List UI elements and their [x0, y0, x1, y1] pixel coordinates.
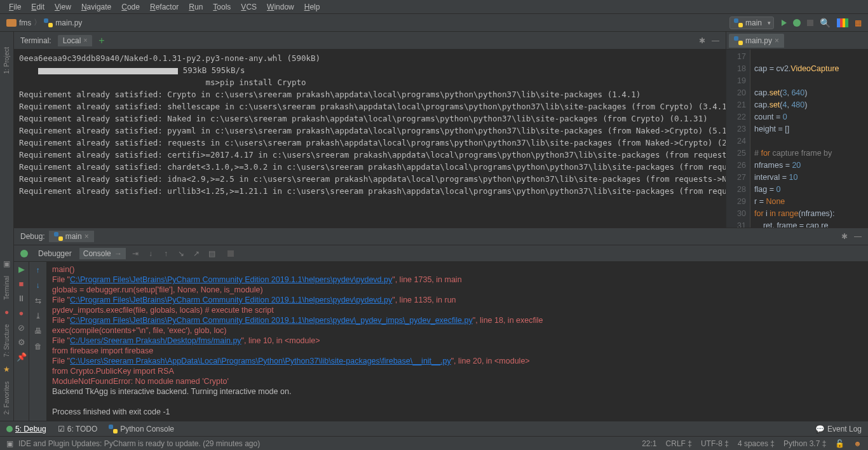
- editor-tab-mainpy[interactable]: main.py ×: [729, 34, 784, 48]
- editor-code[interactable]: cap = cv2.VideoCapture cap.set(3, 640) c…: [750, 50, 868, 228]
- terminal-minimize-icon[interactable]: —: [712, 36, 719, 45]
- terminal-tab-local[interactable]: Local ×: [58, 35, 93, 46]
- debug-settings-icon[interactable]: ⚙: [18, 338, 25, 347]
- menu-view[interactable]: View: [50, 3, 76, 11]
- status-message[interactable]: IDE and Plugin Updates: PyCharm is ready…: [18, 439, 260, 448]
- editor-gutter: 17 18 19 20 21 22 23 24 25 26 27 28 29 3…: [726, 50, 750, 228]
- terminal-label: Terminal:: [20, 36, 51, 45]
- file-encoding[interactable]: UTF-8 ‡: [701, 439, 729, 448]
- menu-help[interactable]: Help: [299, 3, 325, 11]
- debug-config-tab[interactable]: main ×: [49, 231, 94, 242]
- stackoverflow-icon[interactable]: ▦: [855, 18, 862, 27]
- line-separator[interactable]: CRLF ‡: [666, 439, 692, 448]
- terminal-header: Terminal: Local × + ✱ —: [14, 32, 726, 50]
- debug-label: Debug:: [20, 232, 45, 241]
- python-icon: [54, 232, 63, 241]
- caret-position[interactable]: 22:1: [642, 439, 656, 448]
- terminal-output[interactable]: 0eea6eeaa9c39ddb89a40/Naked-0.1.31-py2.p…: [14, 50, 726, 228]
- debug-toolbar: Debugger Console → ⇥ ↓ ↑ ↘ ↗ ▤: [14, 245, 868, 262]
- run-configuration-selector[interactable]: main: [729, 17, 774, 29]
- run-config-name: main: [745, 18, 762, 27]
- menu-refactor[interactable]: Refactor: [145, 3, 184, 11]
- readonly-lock-icon[interactable]: 🔓: [835, 439, 844, 448]
- console-side-actions: ↑ ↓ ⇆ ⤓ 🖶 🗑: [29, 262, 47, 421]
- down-stack-icon[interactable]: ↓: [36, 281, 40, 290]
- stop-debug-icon[interactable]: [227, 250, 234, 257]
- python-interpreter[interactable]: Python 3.7 ‡: [783, 439, 826, 448]
- scroll-end-icon[interactable]: ⤓: [35, 311, 41, 320]
- debug-button[interactable]: [793, 19, 801, 27]
- pin-icon[interactable]: 📌: [17, 352, 27, 362]
- terminal-side-icon[interactable]: ▣: [3, 259, 10, 268]
- debug-side-actions: ▶ ■ ⏸ ● ⊘ ⚙ 📌: [14, 262, 29, 421]
- debugger-tab[interactable]: Debugger: [34, 248, 76, 259]
- terminal-settings-icon[interactable]: ✱: [699, 36, 705, 45]
- menu-bar: FileEditViewNavigateCodeRefactorRunTools…: [0, 0, 868, 14]
- indent-config[interactable]: 4 spaces ‡: [738, 439, 775, 448]
- menu-file[interactable]: File: [4, 3, 26, 11]
- run-button[interactable]: [782, 20, 787, 26]
- todo-icon: ☑: [58, 425, 65, 433]
- console-tab[interactable]: Console →: [79, 248, 126, 259]
- chevron-right-icon: 〉: [34, 17, 41, 28]
- python-icon: [734, 18, 743, 27]
- mute-breakpoints-icon[interactable]: ⊘: [18, 323, 25, 332]
- stop-icon[interactable]: ■: [19, 279, 24, 289]
- folder-icon: [6, 19, 17, 27]
- python-console-bottom-tab[interactable]: Python Console: [109, 425, 174, 433]
- breadcrumb-project[interactable]: fms: [19, 18, 31, 27]
- favorites-tool-tab[interactable]: 2: Favorites: [3, 379, 10, 417]
- step-out-icon[interactable]: ↑: [160, 249, 172, 258]
- debug-minimize-icon[interactable]: —: [854, 232, 862, 241]
- debug-settings-icon[interactable]: ✱: [841, 232, 848, 241]
- menu-edit[interactable]: Edit: [26, 3, 50, 11]
- todo-bottom-tab[interactable]: ☑ 6: TODO: [58, 425, 98, 433]
- menu-vcs[interactable]: VCS: [236, 3, 262, 11]
- view-breakpoints-icon[interactable]: ●: [19, 308, 24, 318]
- debug-bottom-tab[interactable]: 5: Debug: [6, 425, 46, 433]
- menu-run[interactable]: Run: [184, 3, 208, 11]
- print-icon[interactable]: 🖶: [34, 327, 42, 336]
- python-icon: [109, 425, 118, 433]
- menu-window[interactable]: Window: [262, 3, 299, 11]
- close-debug-tab-icon[interactable]: ×: [85, 232, 89, 241]
- soft-wrap-icon[interactable]: ⇆: [35, 296, 41, 305]
- clear-icon[interactable]: 🗑: [34, 342, 42, 351]
- menu-code[interactable]: Code: [116, 3, 145, 11]
- up-stack-icon[interactable]: ↑: [36, 266, 40, 275]
- step-icon[interactable]: ↘: [175, 249, 187, 258]
- debug-bug-icon[interactable]: [20, 250, 28, 257]
- menu-tools[interactable]: Tools: [208, 3, 236, 11]
- editor-panel: main.py × 17 18 19 20 21 22 23 24 25 26 …: [726, 32, 868, 228]
- python-file-icon: [44, 18, 53, 27]
- terminal-tool-tab[interactable]: Terminal: [3, 273, 10, 303]
- event-log-tab[interactable]: 💬 Event Log: [815, 425, 862, 433]
- search-everywhere-icon[interactable]: 🔍: [820, 18, 831, 28]
- close-editor-tab-icon[interactable]: ×: [775, 36, 779, 45]
- project-tool-tab[interactable]: 1: Project: [3, 44, 10, 76]
- new-terminal-tab-button[interactable]: +: [95, 35, 108, 46]
- toolbar: fms 〉 main.py main 🔍 ▦: [0, 14, 868, 32]
- stop-button[interactable]: [807, 20, 813, 26]
- close-tab-icon[interactable]: ×: [83, 37, 87, 44]
- rerun-icon[interactable]: ▶: [18, 264, 25, 274]
- pause-icon[interactable]: ⏸: [17, 294, 25, 303]
- favorites-side-icon[interactable]: ★: [3, 365, 10, 374]
- run-to-cursor-icon[interactable]: ↗: [191, 249, 202, 258]
- structure-tool-tab[interactable]: 7: Structure: [3, 322, 10, 360]
- menu-navigate[interactable]: Navigate: [76, 3, 116, 11]
- bug-icon: [6, 426, 13, 432]
- structure-side-icon[interactable]: ●: [4, 308, 9, 317]
- step-into-icon[interactable]: ↓: [145, 249, 156, 258]
- breadcrumb-file[interactable]: main.py: [55, 18, 82, 27]
- status-window-icon[interactable]: ▣: [6, 439, 13, 448]
- step-over-icon[interactable]: ⇥: [130, 249, 141, 258]
- event-log-icon: 💬: [815, 425, 825, 433]
- bottom-tool-tabs: 5: Debug ☑ 6: TODO Python Console 💬 Even…: [0, 421, 868, 436]
- hector-icon[interactable]: ☻: [853, 439, 862, 448]
- debug-console-output[interactable]: main() File "C:\Program Files\JetBrains\…: [47, 262, 868, 421]
- evaluate-icon[interactable]: ▤: [206, 249, 217, 258]
- google-search-icon[interactable]: [837, 18, 848, 27]
- debug-header: Debug: main × ✱ —: [14, 228, 868, 245]
- left-tool-stripe: 1: Project ▣ Terminal ● 7: Structure ★ 2…: [0, 32, 14, 421]
